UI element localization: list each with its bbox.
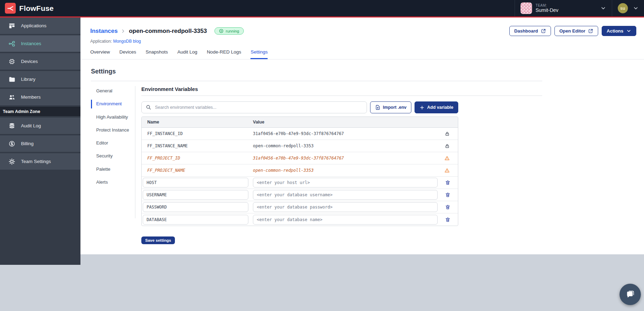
env-var-name-input[interactable] (143, 190, 248, 200)
settings-nav-general[interactable]: General (91, 87, 134, 95)
tab-devices[interactable]: Devices (119, 49, 136, 59)
settings-nav: General Environment High Availability Pr… (91, 86, 134, 244)
sidebar-item-members[interactable]: Members (0, 89, 80, 105)
settings-nav-security[interactable]: Security (91, 152, 134, 160)
env-var-value: open-common-redpoll-3353 (253, 168, 436, 173)
instance-name: open-common-redpoll-3353 (129, 28, 207, 35)
team-selector[interactable]: TEAM: Sumit-Dev (515, 0, 612, 16)
user-avatar: su (618, 3, 628, 13)
sidebar-item-label: Devices (21, 59, 38, 64)
import-env-button[interactable]: Import .env (370, 101, 411, 113)
external-link-icon (541, 28, 546, 34)
application-row: Application: MongoDB blog (90, 39, 636, 44)
sidebar-item-label: Library (21, 77, 35, 82)
breadcrumb: Instances open-common-redpoll-3353 runni… (90, 27, 244, 35)
top-bar: FlowFuse TEAM: Sumit-Dev su (0, 0, 644, 16)
column-header-name: Name (142, 120, 253, 125)
env-var-value: open-common-redpoll-3353 (253, 143, 436, 148)
external-link-icon (588, 28, 593, 34)
top-bar-right: TEAM: Sumit-Dev su (515, 0, 644, 16)
tab-settings[interactable]: Settings (250, 49, 268, 59)
tab-snapshots[interactable]: Snapshots (146, 49, 168, 59)
sidebar-item-instances[interactable]: Instances (0, 35, 80, 52)
lock-icon (445, 143, 450, 149)
settings-nav-high-availability[interactable]: High Availability (91, 113, 134, 121)
header-accent-line (0, 16, 644, 17)
flowfuse-logo-icon (5, 3, 16, 14)
table-row (142, 189, 458, 201)
environment-variables-panel: Environment Variables Import .env (141, 86, 542, 244)
user-menu[interactable]: su (612, 0, 644, 16)
actions-button-label: Actions (607, 28, 623, 34)
settings-nav-protect-instance[interactable]: Protect Instance (91, 126, 134, 134)
sidebar-item-billing[interactable]: Billing (0, 135, 80, 152)
delete-variable-button[interactable] (445, 217, 451, 222)
import-env-button-label: Import .env (383, 105, 406, 110)
trash-icon (445, 192, 451, 198)
application-link[interactable]: MongoDB blog (113, 39, 141, 44)
divider (135, 86, 135, 218)
env-var-value-input[interactable] (253, 215, 438, 225)
settings-nav-alerts[interactable]: Alerts (91, 178, 134, 186)
warning-icon (444, 155, 450, 161)
sidebar-item-label: Audit Log (21, 123, 41, 128)
team-label: TEAM: (536, 3, 597, 8)
chip-icon (8, 58, 15, 65)
env-var-value-input[interactable] (253, 202, 438, 212)
running-icon (219, 29, 224, 33)
settings-nav-editor[interactable]: Editor (91, 139, 134, 147)
save-settings-button[interactable]: Save settings (141, 236, 175, 244)
env-var-name-input[interactable] (143, 215, 248, 225)
delete-variable-button[interactable] (445, 180, 451, 185)
dashboard-button-label: Dashboard (514, 28, 538, 34)
instance-header: Instances open-common-redpoll-3353 runni… (80, 17, 644, 59)
sidebar-item-library[interactable]: Library (0, 71, 80, 87)
sidebar-item-label: Instances (21, 41, 41, 46)
warning-icon (444, 168, 450, 173)
sidebar-item-label: Applications (21, 23, 47, 28)
search-input[interactable] (141, 101, 367, 113)
env-var-value-input[interactable] (253, 178, 438, 188)
instance-actions: Dashboard Open Editor Actions (509, 26, 636, 36)
open-editor-button[interactable]: Open Editor (554, 26, 598, 36)
env-var-name: FF_PROJECT_ID (142, 156, 253, 161)
settings-nav-environment[interactable]: Environment (91, 100, 134, 108)
env-var-name-input[interactable] (143, 178, 248, 188)
tab-audit-log[interactable]: Audit Log (177, 49, 197, 59)
sidebar-section-team-admin-zone: Team Admin Zone (0, 107, 80, 116)
tab-node-red-logs[interactable]: Node-RED Logs (207, 49, 241, 59)
delete-variable-button[interactable] (445, 192, 451, 198)
table-row (142, 213, 458, 226)
document-download-icon (375, 105, 381, 110)
env-var-value: 31af0456-e70b-47e9-93dc-37f876764767 (253, 131, 436, 136)
env-var-name: FF_INSTANCE_NAME (142, 143, 253, 148)
instance-tabs: Overview Devices Snapshots Audit Log Nod… (90, 49, 636, 59)
breadcrumb-instances-link[interactable]: Instances (90, 28, 118, 35)
tab-overview[interactable]: Overview (90, 49, 110, 59)
sidebar-item-team-settings[interactable]: Team Settings (0, 153, 80, 170)
chevron-down-icon (633, 5, 639, 11)
env-variables-table: Name Value FF_INSTANCE_ID 31af0456-e70b-… (141, 116, 458, 226)
sidebar-item-applications[interactable]: Applications (0, 17, 80, 34)
actions-button[interactable]: Actions (602, 26, 636, 36)
chat-widget-button[interactable] (620, 284, 641, 305)
add-variable-button[interactable]: Add variable (415, 101, 458, 113)
settings-nav-palette[interactable]: Palette (91, 165, 134, 174)
team-text: TEAM: Sumit-Dev (536, 3, 597, 13)
sidebar-item-label: Billing (21, 141, 34, 146)
env-var-value-input[interactable] (253, 190, 438, 200)
column-header-value: Value (253, 120, 436, 125)
status-label: running (226, 29, 239, 33)
chevron-down-icon (600, 5, 606, 11)
table-row: FF_PROJECT_NAME open-common-redpoll-3353 (142, 164, 458, 177)
folder-icon (8, 76, 15, 83)
dashboard-button[interactable]: Dashboard (509, 26, 551, 36)
sidebar-item-devices[interactable]: Devices (0, 53, 80, 70)
table-row: FF_PROJECT_ID 31af0456-e70b-47e9-93dc-37… (142, 152, 458, 164)
sidebar-item-audit-log[interactable]: Audit Log (0, 118, 80, 134)
env-var-name-input[interactable] (143, 202, 248, 212)
delete-variable-button[interactable] (445, 204, 451, 210)
application-label: Application: (90, 39, 112, 44)
table-row: FF_INSTANCE_ID 31af0456-e70b-47e9-93dc-3… (142, 128, 458, 140)
chat-icon (625, 289, 636, 300)
